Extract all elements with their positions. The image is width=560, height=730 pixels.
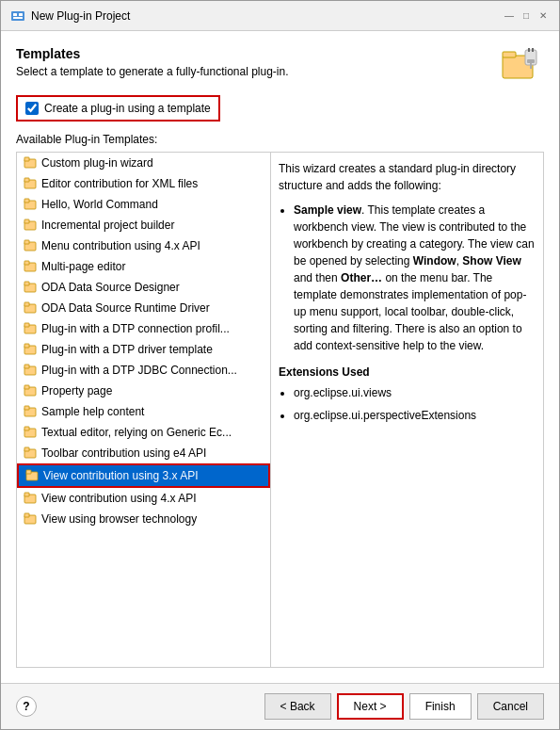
template-label: ODA Data Source Designer [41, 281, 180, 294]
svg-rect-16 [24, 199, 29, 203]
template-item-view-4x[interactable]: View contribution using 4.x API [17, 488, 270, 509]
svg-rect-22 [24, 261, 29, 265]
template-item-oda-designer[interactable]: ODA Data Source Designer [17, 277, 270, 298]
plugin-icon [23, 197, 38, 212]
plugin-icon [23, 425, 38, 440]
template-item-incremental[interactable]: Incremental project builder [17, 215, 270, 235]
template-label: Menu contribution using 4.x API [41, 239, 200, 252]
dialog-content: Templates Select a template to generate … [1, 31, 559, 683]
description-intro: This wizard creates a standard plug-in d… [279, 160, 536, 194]
svg-rect-26 [24, 302, 29, 306]
template-label: Incremental project builder [41, 219, 174, 232]
plugin-icon [23, 383, 38, 398]
main-panel: Custom plug-in wizard Editor contributio… [16, 152, 544, 668]
svg-rect-36 [24, 406, 29, 410]
bullet1-bold3: Other… [341, 271, 382, 284]
page-subtitle: Select a template to generate a fully-fu… [16, 65, 289, 78]
plugin-icon [23, 342, 38, 357]
template-item-view-browser[interactable]: View using browser technology [17, 509, 270, 529]
plugin-icon [23, 300, 38, 316]
svg-rect-40 [24, 447, 29, 451]
svg-rect-42 [26, 470, 31, 474]
bullet1-bold1: Window [413, 254, 456, 268]
header-section: Templates Select a template to generate … [16, 46, 544, 84]
template-label: View using browser technology [41, 512, 197, 526]
template-item-dtp-driver[interactable]: Plug-in with a DTP driver template [17, 339, 270, 360]
create-plugin-checkbox-section[interactable]: Create a plug-in using a template [16, 95, 220, 122]
template-item-dtp-connection[interactable]: Plug-in with a DTP connection profil... [17, 318, 270, 339]
template-label: Toolbar contribution using e4 API [41, 446, 206, 460]
close-button[interactable]: ✕ [536, 9, 550, 23]
back-button[interactable]: < Back [264, 693, 331, 720]
dialog-window: New Plug-in Project — □ ✕ Templates Sele… [0, 0, 560, 730]
svg-rect-14 [24, 178, 29, 182]
plugin-icon [23, 446, 38, 461]
template-item-sample-help[interactable]: Sample help content [17, 401, 270, 422]
finish-button[interactable]: Finish [409, 693, 472, 720]
ext2-item: org.eclipse.ui.perspectiveExtensions [294, 407, 536, 424]
svg-rect-12 [24, 157, 29, 161]
svg-rect-44 [24, 493, 29, 496]
template-item-hello[interactable]: Hello, World Command [17, 194, 270, 215]
bullet1-bold2: Show View [462, 254, 520, 268]
plugin-icon [23, 321, 38, 336]
description-list: Sample view. This template creates a wor… [294, 202, 536, 354]
svg-rect-34 [24, 385, 29, 389]
template-item-view-3x[interactable]: View contribution using 3.x API [17, 463, 270, 488]
template-item-dtp-jdbc[interactable]: Plug-in with a DTP JDBC Connection... [17, 360, 270, 381]
template-item-property[interactable]: Property page [17, 381, 270, 401]
plugin-icon [23, 280, 38, 295]
plugin-icon [23, 176, 38, 191]
window-title: New Plug-in Project [31, 9, 130, 23]
svg-rect-2 [19, 13, 23, 16]
ext1-item: org.eclipse.ui.views [294, 384, 536, 401]
template-item-textual[interactable]: Textual editor, relying on Generic Ec... [17, 422, 270, 443]
plugin-icon [23, 363, 38, 378]
header-left: Templates Select a template to generate … [16, 46, 289, 78]
maximize-button[interactable]: □ [520, 9, 533, 23]
template-label: Sample help content [41, 405, 144, 418]
svg-rect-8 [532, 48, 534, 52]
title-bar-left: New Plug-in Project [10, 8, 130, 24]
svg-rect-5 [503, 52, 516, 57]
minimize-button[interactable]: — [503, 9, 516, 23]
svg-rect-7 [528, 48, 530, 52]
create-plugin-label[interactable]: Create a plug-in using a template [44, 102, 211, 115]
description-panel: This wizard creates a standard plug-in d… [271, 153, 543, 667]
template-list[interactable]: Custom plug-in wizard Editor contributio… [17, 153, 271, 667]
svg-rect-28 [24, 323, 29, 327]
template-item-editor-xml[interactable]: Editor contribution for XML files [17, 173, 270, 194]
create-plugin-checkbox[interactable] [25, 102, 39, 115]
bottom-bar: ? < Back Next > Finish Cancel [1, 683, 559, 729]
plugin-icon [23, 259, 38, 274]
bullet1-text3: and then [294, 271, 341, 284]
svg-rect-3 [13, 17, 23, 19]
description-bullet1: Sample view. This template creates a wor… [294, 202, 536, 354]
template-item-oda-runtime[interactable]: ODA Data Source Runtime Driver [17, 298, 270, 318]
title-bar: New Plug-in Project — □ ✕ [1, 1, 559, 31]
template-label: View contribution using 3.x API [43, 469, 199, 482]
template-label: Editor contribution for XML files [41, 177, 198, 190]
plugin-icon [23, 511, 38, 527]
template-label: Multi-page editor [41, 260, 125, 273]
template-label: Plug-in with a DTP JDBC Connection... [41, 364, 237, 377]
template-label: Custom plug-in wizard [41, 156, 153, 170]
svg-rect-9 [527, 59, 535, 63]
extensions-list: org.eclipse.ui.views org.eclipse.ui.pers… [294, 384, 536, 424]
template-label: Property page [41, 384, 112, 397]
svg-rect-18 [24, 219, 29, 223]
svg-rect-38 [24, 427, 29, 430]
cancel-button[interactable]: Cancel [477, 693, 544, 720]
help-button[interactable]: ? [16, 696, 37, 717]
template-item-toolbar-e4[interactable]: Toolbar contribution using e4 API [17, 443, 270, 463]
next-button[interactable]: Next > [337, 693, 404, 720]
template-item-custom[interactable]: Custom plug-in wizard [17, 153, 270, 173]
template-label: Plug-in with a DTP connection profil... [41, 322, 230, 335]
svg-rect-46 [24, 513, 29, 517]
template-label: Hello, World Command [41, 198, 158, 211]
template-label: ODA Data Source Runtime Driver [41, 301, 210, 315]
template-label: Textual editor, relying on Generic Ec... [41, 426, 232, 439]
template-item-multipage[interactable]: Multi-page editor [17, 256, 270, 277]
template-item-menu[interactable]: Menu contribution using 4.x API [17, 235, 270, 256]
plugin-icon [23, 155, 38, 170]
